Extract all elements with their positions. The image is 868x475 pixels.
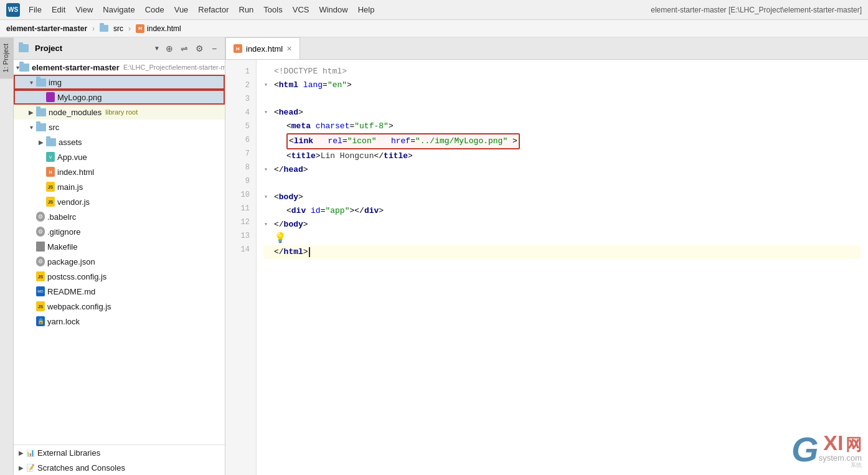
code-div-close: div — [364, 204, 379, 218]
tree-node-modules[interactable]: ▶ node_modules library root — [14, 105, 225, 120]
readme-icon: MD — [36, 286, 45, 296]
watermark-xi: XI — [823, 431, 843, 454]
node-modules-icon — [36, 108, 46, 116]
fold-8[interactable]: ▾ — [264, 163, 274, 177]
tree-babelrc[interactable]: ⚙ .babelrc — [14, 209, 225, 224]
webpack-icon: JS — [36, 301, 45, 311]
menu-code[interactable]: Code — [141, 4, 168, 16]
line-num-6: 6 — [225, 133, 256, 147]
watermark: G XI 网 system.com 系统 — [791, 432, 862, 469]
code-gt-7b: > — [408, 149, 413, 163]
menu-edit[interactable]: Edit — [48, 4, 69, 16]
menu-navigate[interactable]: Navigate — [99, 4, 138, 16]
fold-4[interactable]: ▾ — [264, 106, 274, 120]
code-line-10: ▾ <body> — [264, 190, 861, 204]
project-side-tab[interactable]: 1: Project — [0, 37, 13, 78]
scratches-chevron: ▶ — [16, 464, 26, 471]
tree-yarnlock[interactable]: 🔒 yarn.lock — [14, 314, 225, 329]
ext-lib-icon: 📊 — [26, 448, 35, 458]
code-div-tag: div — [291, 204, 306, 218]
menu-vcs[interactable]: VCS — [289, 4, 313, 16]
code-gt-10: > — [298, 190, 303, 204]
code-gt-12: > — [303, 218, 308, 232]
fold-10[interactable]: ▾ — [264, 190, 274, 204]
menu-tools[interactable]: Tools — [260, 4, 286, 16]
tree-packagejson[interactable]: ⚙ package.json — [14, 254, 225, 269]
menu-refactor[interactable]: Refactor — [194, 4, 232, 16]
tree-appvue[interactable]: V App.vue — [14, 149, 225, 164]
watermark-content: G XI 网 system.com 系统 — [791, 432, 862, 469]
code-gt-7a: > — [316, 149, 321, 163]
tree-indexhtml[interactable]: H index.html — [14, 164, 225, 179]
settings-icon[interactable]: ⚙ — [194, 43, 205, 54]
menu-view[interactable]: View — [72, 4, 97, 16]
watermark-net: 网 — [846, 435, 862, 454]
code-content[interactable]: <!DOCTYPE html> ▾ <html lang = "en" > — [257, 60, 868, 475]
mylogo-label: MyLogo.png — [57, 93, 102, 102]
project-dropdown[interactable]: ▼ — [154, 45, 160, 52]
js-file-icon-vendor: JS — [46, 197, 55, 207]
menu-vue[interactable]: Vue — [171, 4, 192, 16]
tab-close-button[interactable]: ✕ — [286, 45, 292, 53]
fold-12[interactable]: ▾ — [264, 218, 274, 232]
img-label: img — [49, 78, 62, 87]
tree-vendorjs[interactable]: JS vendor.js — [14, 194, 225, 209]
tree-img-folder[interactable]: ▾ img — [14, 75, 225, 90]
breadcrumb-root[interactable]: element-starter-master — [6, 24, 87, 33]
code-lt-14: </ — [274, 245, 284, 259]
line-num-11: 11 — [225, 202, 256, 215]
code-lt-7b: </ — [374, 149, 384, 163]
breadcrumb-src[interactable]: src — [113, 24, 123, 33]
breadcrumb-file[interactable]: index.html — [147, 24, 181, 33]
menu-window[interactable]: Window — [315, 4, 351, 16]
png-file-icon — [46, 92, 55, 102]
tree-assets[interactable]: ▶ assets — [14, 134, 225, 149]
menu-file[interactable]: File — [25, 4, 45, 16]
tree-mylogo[interactable]: MyLogo.png — [14, 90, 225, 105]
assets-chevron: ▶ — [36, 139, 46, 146]
img-folder-icon — [36, 78, 46, 87]
code-line6-highlight: <link rel="icon" href="../img/MyLogo.png… — [286, 133, 520, 149]
fold-2[interactable]: ▾ — [264, 78, 274, 92]
gitignore-icon: ⚙ — [36, 227, 45, 237]
gitignore-label: .gitignore — [47, 227, 80, 237]
minimize-icon[interactable]: − — [209, 43, 220, 54]
locate-icon[interactable]: ⊕ — [164, 43, 175, 54]
collapse-icon[interactable]: ⇌ — [179, 43, 190, 54]
code-line-8: ▾ </head> — [264, 163, 861, 177]
line-num-8: 8 — [225, 161, 256, 174]
tree-makefile[interactable]: Makefile — [14, 239, 225, 254]
bottom-items: ▶ 📊 External Libraries ▶ 📝 Scratches and… — [14, 444, 225, 475]
tab-label: index.html — [246, 44, 283, 54]
code-space-2 — [298, 78, 303, 92]
code-line-2: ▾ <html lang = "en" > — [264, 78, 861, 92]
line-num-4: 4 — [225, 106, 256, 120]
tree-scratches[interactable]: ▶ 📝 Scratches and Consoles — [14, 460, 225, 475]
menu-help[interactable]: Help — [354, 4, 379, 16]
node-modules-badge: library root — [105, 108, 138, 116]
watermark-xi-net: XI 网 — [819, 432, 862, 454]
tree-ext-libraries[interactable]: ▶ 📊 External Libraries — [14, 445, 225, 460]
src-label: src — [49, 123, 59, 132]
code-gt-11a: ></ — [349, 204, 364, 218]
watermark-system: system.com — [819, 454, 862, 463]
editor-tab-indexhtml[interactable]: H index.html ✕ — [225, 37, 300, 59]
tree-postcss[interactable]: JS postcss.config.js — [14, 269, 225, 284]
tree-root[interactable]: ▾ element-starter-master E:\LHC_Project\… — [14, 60, 225, 75]
file-tree: ▾ element-starter-master E:\LHC_Project\… — [14, 60, 225, 444]
menu-run[interactable]: Run — [235, 4, 258, 16]
readme-label: README.md — [47, 287, 95, 296]
tree-readme[interactable]: MD README.md — [14, 284, 225, 299]
code-lt-12: </ — [274, 218, 284, 232]
tree-src[interactable]: ▾ src — [14, 120, 225, 134]
packagejson-label: package.json — [47, 257, 95, 266]
root-label: element-starter-master — [32, 63, 120, 72]
title-bar: WS File Edit View Navigate Code Vue Refa… — [0, 0, 868, 20]
code-html-close: html — [284, 245, 303, 259]
tree-webpack[interactable]: JS webpack.config.js — [14, 299, 225, 314]
tree-mainjs[interactable]: JS main.js — [14, 179, 225, 194]
tree-gitignore[interactable]: ⚙ .gitignore — [14, 224, 225, 239]
code-title-text: Lin Hongcun — [321, 149, 374, 163]
lightbulb-icon[interactable]: 💡 — [274, 232, 286, 245]
project-panel-title: Project — [35, 44, 150, 53]
